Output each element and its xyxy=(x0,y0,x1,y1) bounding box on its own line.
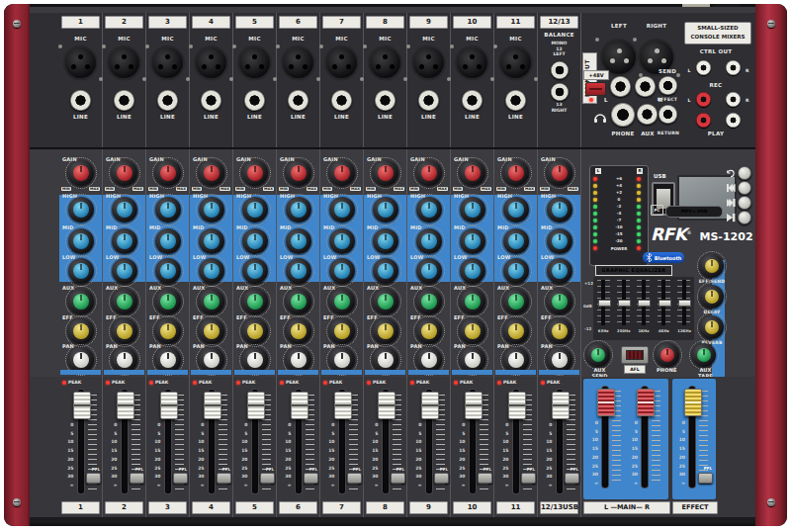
low-knob[interactable] xyxy=(503,258,529,284)
high-knob[interactable] xyxy=(547,197,572,222)
eq-slider-cap[interactable] xyxy=(659,300,671,307)
low-knob[interactable] xyxy=(112,258,137,284)
aux-knob[interactable] xyxy=(242,289,268,314)
pfl-button[interactable] xyxy=(217,473,231,484)
mid-knob[interactable] xyxy=(373,228,398,254)
aux-knob[interactable] xyxy=(416,289,442,314)
fx-knob[interactable] xyxy=(700,254,724,278)
main-right-fader[interactable] xyxy=(637,389,655,416)
eff-knob[interactable] xyxy=(503,318,529,344)
channel-fader[interactable] xyxy=(552,392,570,419)
low-knob[interactable] xyxy=(199,258,224,284)
eq-slider-cap[interactable] xyxy=(638,300,651,307)
aux-knob[interactable] xyxy=(329,289,355,314)
eq-band-slider[interactable]: 63Hz xyxy=(597,280,610,325)
eff-knob[interactable] xyxy=(155,318,181,344)
low-knob[interactable] xyxy=(329,258,355,284)
eff-knob[interactable] xyxy=(329,318,355,344)
mid-knob[interactable] xyxy=(199,228,224,254)
low-knob[interactable] xyxy=(416,258,442,284)
prev-button[interactable] xyxy=(738,181,751,195)
channel-fader[interactable] xyxy=(160,392,178,419)
gain-knob[interactable] xyxy=(460,160,485,186)
mid-knob[interactable] xyxy=(329,228,355,254)
channel-fader[interactable] xyxy=(421,392,439,419)
fx-knob[interactable] xyxy=(700,285,724,309)
eq-band-slider[interactable]: 12KHz xyxy=(677,280,690,325)
mid-knob[interactable] xyxy=(503,228,529,254)
high-knob[interactable] xyxy=(503,197,529,222)
play-button[interactable] xyxy=(738,211,751,224)
gain-knob[interactable] xyxy=(373,160,398,186)
low-knob[interactable] xyxy=(242,258,268,284)
repeat-button[interactable] xyxy=(738,166,751,180)
high-knob[interactable] xyxy=(460,197,485,222)
mid-knob[interactable] xyxy=(242,228,268,254)
afl-button[interactable] xyxy=(621,346,649,364)
high-knob[interactable] xyxy=(329,197,355,222)
eq-band-slider[interactable]: 4KHz xyxy=(658,280,670,325)
channel-fader[interactable] xyxy=(378,392,396,419)
low-knob[interactable] xyxy=(373,258,398,284)
gain-knob[interactable] xyxy=(112,160,137,186)
high-knob[interactable] xyxy=(286,197,311,222)
channel-fader[interactable] xyxy=(291,392,308,419)
pfl-button[interactable] xyxy=(86,473,101,484)
aux-knob[interactable] xyxy=(460,289,485,314)
eff-knob[interactable] xyxy=(373,318,398,344)
pfl-button[interactable] xyxy=(130,473,144,484)
low-knob[interactable] xyxy=(547,258,572,284)
channel-fader[interactable] xyxy=(508,392,526,419)
aux-knob[interactable] xyxy=(547,289,572,314)
mid-knob[interactable] xyxy=(460,228,485,254)
main-left-fader[interactable] xyxy=(597,389,615,416)
channel-fader[interactable] xyxy=(117,392,134,419)
high-knob[interactable] xyxy=(199,197,224,222)
aux-knob[interactable] xyxy=(68,289,94,314)
channel-fader[interactable] xyxy=(73,392,91,419)
gain-knob[interactable] xyxy=(199,160,224,186)
eq-band-slider[interactable]: 250Hz xyxy=(617,280,630,325)
pfl-button[interactable] xyxy=(173,473,188,484)
eff-knob[interactable] xyxy=(460,318,485,344)
mid-knob[interactable] xyxy=(286,228,311,254)
aux-knob[interactable] xyxy=(155,289,181,314)
high-knob[interactable] xyxy=(155,197,181,222)
effect-fader[interactable] xyxy=(684,389,702,416)
gain-knob[interactable] xyxy=(547,160,572,186)
pfl-button[interactable] xyxy=(478,473,492,484)
low-knob[interactable] xyxy=(286,258,311,284)
high-knob[interactable] xyxy=(242,197,268,222)
eff-knob[interactable] xyxy=(112,318,137,344)
pfl-button[interactable] xyxy=(347,473,362,484)
mid-knob[interactable] xyxy=(155,228,181,254)
eff-knob[interactable] xyxy=(199,318,224,344)
pfl-button[interactable] xyxy=(565,473,579,484)
gain-knob[interactable] xyxy=(155,160,181,186)
high-knob[interactable] xyxy=(416,197,442,222)
low-knob[interactable] xyxy=(155,258,181,284)
aux-knob[interactable] xyxy=(503,289,529,314)
fx-knob[interactable] xyxy=(700,315,724,339)
gain-knob[interactable] xyxy=(68,160,94,186)
pfl-button[interactable] xyxy=(434,473,449,484)
channel-fader[interactable] xyxy=(247,392,265,419)
pfl-button[interactable] xyxy=(304,473,318,484)
high-knob[interactable] xyxy=(373,197,398,222)
eff-knob[interactable] xyxy=(286,318,311,344)
eff-knob[interactable] xyxy=(68,318,94,344)
gain-knob[interactable] xyxy=(503,160,529,186)
aux-tape-knob[interactable] xyxy=(692,343,716,367)
eff-knob[interactable] xyxy=(242,318,268,344)
aux-knob[interactable] xyxy=(199,289,224,314)
low-knob[interactable] xyxy=(68,258,94,284)
channel-fader[interactable] xyxy=(465,392,483,419)
pfl-button[interactable] xyxy=(521,473,536,484)
eq-slider-cap[interactable] xyxy=(618,300,631,307)
mid-knob[interactable] xyxy=(68,228,94,254)
gain-knob[interactable] xyxy=(286,160,311,186)
eq-slider-cap[interactable] xyxy=(678,300,691,307)
aux-knob[interactable] xyxy=(373,289,398,314)
channel-fader[interactable] xyxy=(334,392,352,419)
mid-knob[interactable] xyxy=(416,228,442,254)
